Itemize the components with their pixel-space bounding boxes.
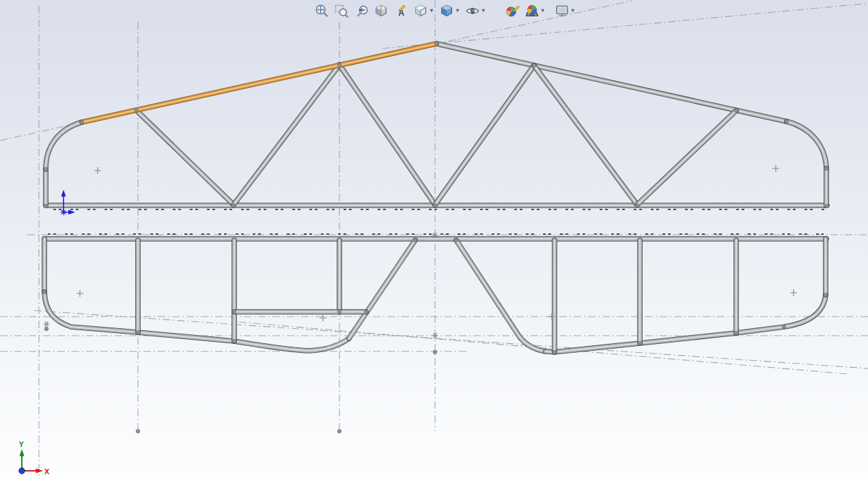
view-orientation-button[interactable]: ▼ bbox=[412, 2, 436, 20]
joint-dot bbox=[135, 108, 139, 113]
joint-dot bbox=[232, 339, 236, 343]
view-orientation-icon bbox=[413, 3, 428, 18]
section-view-icon bbox=[374, 3, 389, 18]
zoom-to-fit-button[interactable] bbox=[313, 2, 331, 20]
edit-appearance-icon bbox=[505, 3, 520, 18]
joint-dot bbox=[44, 327, 48, 331]
joint-dot bbox=[433, 350, 437, 354]
zoom-to-area-icon bbox=[334, 3, 349, 18]
joint-dot bbox=[782, 325, 786, 329]
frame-member[interactable] bbox=[46, 122, 82, 169]
triad-y-label: Y bbox=[19, 440, 25, 448]
joint-dot bbox=[337, 429, 341, 433]
frame-member[interactable] bbox=[546, 295, 826, 352]
frame-member[interactable] bbox=[349, 240, 415, 338]
display-style-icon bbox=[439, 3, 454, 18]
zoom-to-fit-icon bbox=[314, 3, 329, 18]
joint-dot bbox=[337, 63, 341, 67]
joint-dot bbox=[42, 290, 46, 294]
edit-appearance-button[interactable] bbox=[503, 2, 521, 20]
heads-up-toolbar: A▼▼▼▼▼ bbox=[313, 2, 577, 20]
joint-dot bbox=[785, 119, 789, 124]
view-settings-button[interactable]: ▼ bbox=[553, 2, 577, 20]
joint-dot bbox=[337, 310, 341, 314]
sketch-point-plus-marker bbox=[772, 165, 779, 172]
display-style-button[interactable]: ▼ bbox=[438, 2, 462, 20]
origin-y-arrowhead bbox=[61, 190, 66, 197]
joint-dot bbox=[80, 120, 84, 124]
sketch-point-asterisk-marker bbox=[44, 321, 50, 327]
previous-view-icon bbox=[354, 3, 369, 18]
sketch-point-plus-marker bbox=[320, 315, 326, 321]
joint-dot bbox=[635, 203, 639, 207]
joint-dot bbox=[364, 310, 368, 314]
annotation-views-button[interactable]: A bbox=[392, 2, 410, 20]
sketch-point-plus-marker bbox=[76, 290, 83, 297]
joint-dot bbox=[434, 42, 438, 46]
origin-asterisk bbox=[61, 209, 67, 216]
viewport-drawing[interactable] bbox=[0, 0, 868, 479]
frame-member[interactable] bbox=[456, 240, 546, 351]
apply-scene-icon bbox=[524, 3, 540, 18]
frame-member[interactable] bbox=[44, 292, 349, 351]
joint-dot bbox=[44, 167, 48, 171]
section-view-button[interactable] bbox=[372, 2, 390, 20]
sketch-point-plus-marker bbox=[94, 167, 101, 174]
frame-member[interactable] bbox=[339, 65, 435, 205]
joint-dot bbox=[413, 238, 417, 242]
joint-dot bbox=[552, 350, 557, 354]
joint-dot bbox=[638, 341, 642, 345]
cad-viewport: A▼▼▼▼▼ Y X bbox=[0, 0, 868, 479]
triad-x-arrowhead bbox=[36, 468, 44, 473]
joint-dot bbox=[232, 310, 236, 314]
joint-dot bbox=[433, 203, 437, 207]
triad-y-arrowhead bbox=[19, 449, 24, 456]
joint-dot bbox=[824, 293, 828, 297]
joint-dot bbox=[532, 63, 536, 68]
sketch-origin[interactable] bbox=[61, 190, 76, 216]
origin-x-arrowhead bbox=[68, 210, 75, 215]
joint-dot bbox=[136, 429, 140, 433]
zoom-to-area-button[interactable] bbox=[333, 2, 350, 20]
previous-view-button[interactable] bbox=[352, 2, 370, 20]
frame-member[interactable] bbox=[435, 66, 534, 205]
frame-member[interactable] bbox=[787, 121, 826, 169]
joint-dot bbox=[825, 204, 829, 208]
joint-dot bbox=[734, 108, 738, 113]
joint-dot bbox=[232, 203, 236, 207]
joint-dot bbox=[824, 166, 828, 171]
annotation-views-icon: A bbox=[393, 3, 408, 18]
apply-scene-button[interactable]: ▼ bbox=[523, 2, 547, 20]
triad-x-label: X bbox=[44, 467, 50, 476]
sketch-point-plus-marker bbox=[790, 289, 797, 296]
joint-dot bbox=[44, 204, 48, 208]
triad-z-origin-dot bbox=[19, 468, 25, 474]
reference-triad: Y X bbox=[12, 439, 56, 479]
construction-line[interactable] bbox=[34, 310, 868, 368]
joint-dot bbox=[136, 330, 140, 334]
frame-member[interactable] bbox=[137, 111, 234, 205]
joint-dot bbox=[454, 238, 458, 242]
hide-show-items-button[interactable]: ▼ bbox=[464, 2, 488, 20]
frame-member[interactable] bbox=[637, 111, 736, 205]
joint-dot bbox=[734, 331, 738, 335]
hide-show-items-icon bbox=[465, 3, 480, 18]
view-settings-icon bbox=[555, 3, 570, 18]
